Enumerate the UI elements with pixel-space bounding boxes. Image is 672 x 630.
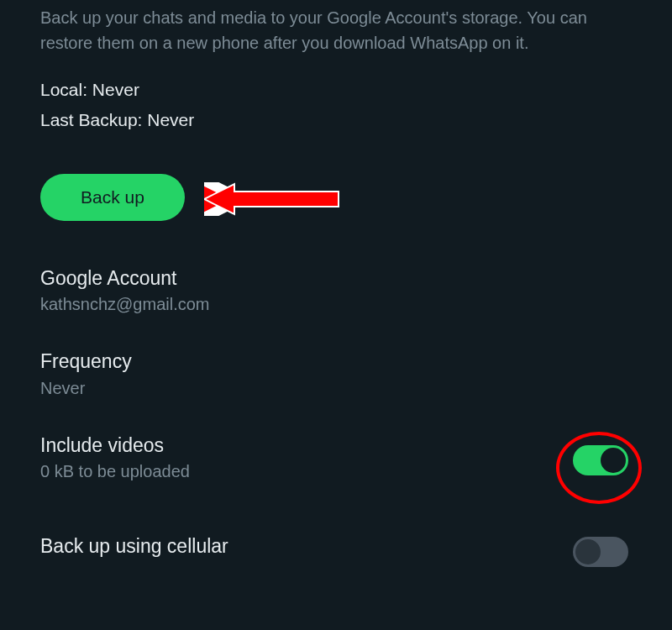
cellular-setting[interactable]: Back up using cellular bbox=[40, 528, 632, 567]
include-videos-subtitle: 0 kB to be uploaded bbox=[40, 462, 573, 481]
include-videos-setting[interactable]: Include videos 0 kB to be uploaded bbox=[40, 432, 632, 481]
frequency-setting[interactable]: Frequency Never bbox=[40, 348, 632, 397]
cellular-toggle[interactable] bbox=[573, 537, 628, 567]
svg-marker-3 bbox=[204, 184, 339, 214]
backup-button[interactable]: Back up bbox=[40, 174, 185, 221]
google-account-title: Google Account bbox=[40, 265, 632, 291]
include-videos-toggle[interactable] bbox=[573, 445, 628, 475]
last-backup-status: Last Backup: Never bbox=[40, 106, 632, 134]
frequency-title: Frequency bbox=[40, 348, 632, 375]
toggle-knob-icon bbox=[601, 448, 626, 473]
backup-description: Back up your chats and media to your Goo… bbox=[40, 5, 632, 55]
include-videos-title: Include videos bbox=[40, 432, 573, 459]
google-account-value: kathsnchz@gmail.com bbox=[40, 295, 632, 314]
cellular-title: Back up using cellular bbox=[40, 533, 573, 559]
frequency-value: Never bbox=[40, 379, 632, 398]
toggle-knob-icon bbox=[575, 539, 601, 564]
google-account-setting[interactable]: Google Account kathsnchz@gmail.com bbox=[40, 265, 632, 314]
annotation-arrow-icon bbox=[204, 182, 355, 216]
local-backup-status: Local: Never bbox=[40, 76, 632, 104]
